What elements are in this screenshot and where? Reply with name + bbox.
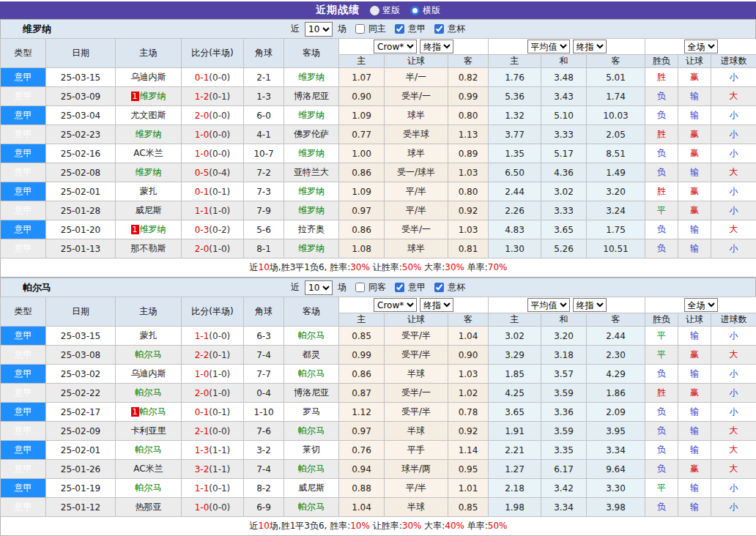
- summary-label: 单率:: [464, 521, 488, 531]
- away-team-cell: 维罗纳: [284, 144, 339, 163]
- section-header: 帕尔马 近 10 场 同客 意甲 意杯: [0, 278, 756, 297]
- cup-checkbox[interactable]: [434, 283, 444, 292]
- league-cell: 意甲: [1, 68, 46, 87]
- handicap-cell: 受一/球半: [385, 163, 448, 182]
- team-name-text: 蒙扎: [140, 330, 158, 340]
- result-goals: 小: [711, 201, 756, 220]
- horizontal-layout-radio[interactable]: 横版: [410, 4, 440, 17]
- team-name-text: 拉齐奥: [298, 224, 325, 234]
- match-row: 意甲25-02-23维罗纳1-0(0-0)4-1佛罗伦萨0.77受半球1.133…: [1, 125, 756, 144]
- col-crow-handicap: 让球: [385, 313, 448, 327]
- col-avg-away: 客: [587, 313, 645, 327]
- score-cell: 2-0(1-0): [182, 239, 244, 258]
- result-goals: 大: [711, 346, 756, 365]
- crow-home-odds: 0.86: [339, 365, 385, 384]
- col-result-handicap: 让球: [678, 55, 711, 68]
- radio-icon[interactable]: [370, 6, 379, 15]
- team-name-text: 维罗纳: [298, 72, 325, 82]
- away-team-cell: 维罗纳: [284, 239, 339, 258]
- red-card-badge: 1: [131, 92, 139, 101]
- summary-row: 近10场,胜1平3负6, 胜率:10% 让胜率:30% 大率:40% 单率:50…: [1, 517, 756, 536]
- result-winlose: 胜: [645, 125, 678, 144]
- result-goals: 小: [711, 144, 756, 163]
- same-venue-checkbox[interactable]: [355, 283, 365, 292]
- bookmaker-select[interactable]: Crow*: [374, 298, 417, 312]
- score-cell: 0-1(0-1): [182, 403, 244, 422]
- full-match-select[interactable]: 全场: [684, 40, 718, 53]
- league-cell: 意甲: [1, 384, 46, 403]
- crow-away-odds: 0.81: [448, 239, 489, 258]
- score-cell: 0-5(0-4): [182, 163, 244, 182]
- result-handicap: 输: [678, 403, 711, 422]
- col-result-winlose: 胜负: [645, 55, 678, 68]
- score-cell: 0-1(0-0): [182, 68, 244, 87]
- team-name-text: 帕尔马: [298, 464, 325, 474]
- col-home: 主场: [116, 39, 182, 68]
- result-handicap: 输: [678, 498, 711, 517]
- avg-home-odds: 3.29: [489, 346, 541, 365]
- league-cell: 意甲: [1, 498, 46, 517]
- summary-value: 70%: [488, 262, 508, 272]
- corners-cell: 1-3: [244, 87, 284, 106]
- average-select[interactable]: 平均值: [527, 298, 570, 312]
- league-checkbox[interactable]: [395, 24, 404, 34]
- team-name-text: 威尼斯: [136, 205, 162, 215]
- home-team-cell: 帕尔马: [116, 479, 182, 498]
- league-checkbox[interactable]: [395, 283, 404, 292]
- score-cell: 1-1(1-0): [182, 201, 244, 220]
- average-select[interactable]: 平均值: [527, 40, 570, 53]
- col-corner: 角球: [244, 39, 284, 68]
- col-crow-away: 客: [448, 55, 489, 68]
- crow-home-odds: 1.07: [339, 68, 385, 87]
- crow-final-select[interactable]: 终指: [420, 40, 453, 53]
- date-cell: 25-02-16: [46, 144, 116, 163]
- bookmaker-select[interactable]: Crow*: [374, 40, 417, 53]
- date-cell: 25-01-28: [46, 201, 116, 220]
- crow-final-select[interactable]: 终指: [420, 298, 453, 312]
- summary-value: 10%: [350, 521, 370, 531]
- avg-final-select[interactable]: 终指: [573, 298, 607, 312]
- corners-cell: 7-6: [244, 422, 284, 441]
- avg-home-odds: 2.21: [489, 441, 541, 460]
- halftime-score: (1-0): [209, 388, 230, 398]
- date-cell: 25-01-26: [46, 460, 116, 479]
- games-count-select[interactable]: 10: [305, 280, 333, 295]
- result-handicap: 输: [678, 163, 711, 182]
- avg-draw-odds: 3.18: [541, 346, 587, 365]
- team-name-text: 帕尔马: [136, 483, 162, 493]
- radio-selected-icon[interactable]: [410, 6, 420, 15]
- same-venue-label: 同主: [368, 23, 386, 35]
- games-count-select[interactable]: 10: [305, 22, 333, 37]
- avg-away-odds: 3.34: [587, 441, 645, 460]
- home-team-cell: 帕尔马: [116, 441, 182, 460]
- crow-away-odds: 1.13: [448, 125, 489, 144]
- halftime-score: (0-0): [209, 502, 230, 513]
- col-away: 客场: [284, 297, 339, 327]
- league-cell: 意甲: [1, 125, 46, 144]
- halftime-score: (0-1): [209, 92, 230, 102]
- avg-away-odds: 4.29: [587, 365, 645, 384]
- summary-text: 近10场,胜3平1负6, 胜率:30% 让胜率:50% 大率:30% 单率:70…: [1, 258, 756, 278]
- avg-final-select[interactable]: 终指: [573, 40, 607, 53]
- away-team-cell: 拉齐奥: [284, 220, 339, 239]
- fulltime-score: 1-1: [195, 331, 210, 341]
- fulltime-score: 1-1: [195, 206, 210, 216]
- home-team-cell: AC米兰: [116, 460, 182, 479]
- crow-away-odds: 0.92: [448, 201, 489, 220]
- result-handicap: 输: [678, 422, 711, 441]
- avg-away-odds: 3.20: [587, 182, 645, 201]
- result-winlose: 负: [645, 144, 678, 163]
- crow-odds-header: Crow*终指: [339, 297, 489, 313]
- cup-checkbox[interactable]: [434, 24, 444, 34]
- full-match-select[interactable]: 全场: [684, 298, 718, 312]
- result-handicap: 输: [678, 365, 711, 384]
- avg-home-odds: 1.32: [489, 106, 541, 125]
- result-winlose: 负: [645, 365, 678, 384]
- col-score: 比分(半场): [182, 297, 244, 327]
- same-venue-checkbox[interactable]: [355, 24, 365, 34]
- vertical-layout-radio[interactable]: 竖版: [370, 4, 400, 17]
- home-team-cell: 乌迪内斯: [116, 365, 182, 384]
- halftime-score: (0-0): [209, 426, 230, 436]
- team-name-text: 都灵: [303, 349, 320, 360]
- crow-away-odds: 0.99: [448, 87, 489, 106]
